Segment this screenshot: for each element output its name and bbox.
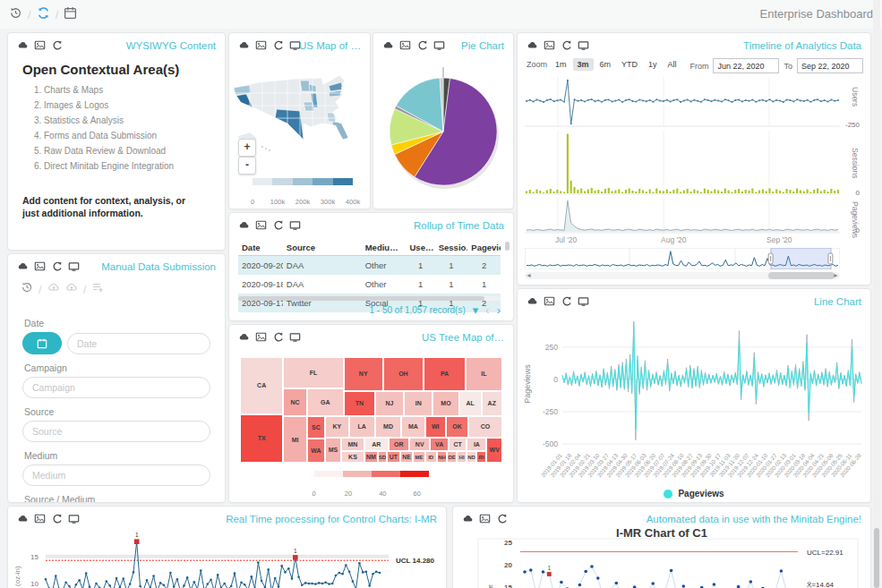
image-icon[interactable] xyxy=(399,39,411,51)
image-icon[interactable] xyxy=(34,39,46,51)
treemap-cell-nv[interactable]: NV xyxy=(409,438,430,451)
refresh-icon[interactable] xyxy=(51,260,63,272)
monitor-icon[interactable] xyxy=(289,331,301,343)
page-vscrollbar[interactable] xyxy=(873,0,880,588)
monitor-icon[interactable] xyxy=(289,219,301,231)
treemap-cell-ne[interactable]: NE xyxy=(400,451,414,463)
calendar-icon[interactable] xyxy=(64,6,77,23)
refresh-icon[interactable] xyxy=(51,39,63,51)
refresh-icon[interactable] xyxy=(561,295,572,307)
treemap-cell-ar[interactable]: AR xyxy=(364,438,388,451)
treemap-cell-in[interactable]: IN xyxy=(404,391,432,416)
refresh-icon[interactable] xyxy=(272,39,284,51)
treemap-cell-ks[interactable]: KS xyxy=(341,451,364,463)
cloud-icon[interactable] xyxy=(17,39,29,51)
image-icon[interactable] xyxy=(255,39,267,51)
treemap-cell-ga[interactable]: GA xyxy=(307,388,344,416)
column-header[interactable]: Use… xyxy=(406,243,434,252)
image-icon[interactable] xyxy=(255,219,267,231)
treemap-cell-va[interactable]: VA xyxy=(430,438,449,451)
refresh-icon[interactable] xyxy=(496,513,508,524)
pageviews-line-chart[interactable]: 2500-250-500Pageviews2019-01-012019-01-1… xyxy=(519,312,869,484)
treemap-cell-mn[interactable]: MN xyxy=(341,438,364,451)
navigator-selection[interactable] xyxy=(771,248,831,269)
treemap-cell-oh[interactable]: OH xyxy=(383,357,424,391)
monitor-icon[interactable] xyxy=(68,513,80,524)
cloud-icon[interactable] xyxy=(17,260,29,272)
treemap-cell-wi[interactable]: WI xyxy=(425,416,446,438)
column-header[interactable]: Mediu… xyxy=(362,243,407,252)
treemap-cell-ct[interactable]: CT xyxy=(449,438,467,451)
zoom-option-1y[interactable]: 1y xyxy=(644,58,662,71)
column-header[interactable]: Date xyxy=(238,243,283,252)
treemap-cell-ca[interactable]: CA xyxy=(240,357,283,414)
treemap-cell-or[interactable]: OR xyxy=(389,438,409,451)
to-date-input[interactable] xyxy=(797,58,863,73)
date-input[interactable] xyxy=(67,333,210,354)
cloud-icon[interactable] xyxy=(238,39,250,51)
column-header[interactable]: Source xyxy=(283,243,362,252)
from-date-input[interactable] xyxy=(713,58,779,73)
cloud-icon[interactable] xyxy=(238,331,250,343)
scroll-right-arrow[interactable]: ► xyxy=(832,272,840,279)
map-zoom-out-button[interactable]: - xyxy=(238,157,256,175)
treemap-cell-hi[interactable]: HI xyxy=(457,451,467,463)
treemap-cell-nm[interactable]: NM xyxy=(364,451,378,463)
cloud-icon[interactable] xyxy=(238,219,250,231)
scrollbar-thumb[interactable] xyxy=(768,272,835,279)
monitor-icon[interactable] xyxy=(68,260,80,272)
treemap-cell-mo[interactable]: MO xyxy=(432,391,458,416)
treemap-cell-id[interactable]: ID xyxy=(425,451,437,463)
treemap-cell-la[interactable]: LA xyxy=(349,416,375,438)
scroll-left-arrow[interactable]: ◄ xyxy=(525,272,533,279)
zoom-option-ytd[interactable]: YTD xyxy=(617,58,642,71)
cloud-icon[interactable] xyxy=(17,513,29,524)
image-icon[interactable] xyxy=(544,295,555,307)
cloud-icon[interactable] xyxy=(527,39,538,51)
image-icon[interactable] xyxy=(479,513,491,524)
treemap-cell-ok[interactable]: OK xyxy=(446,416,468,438)
prev-page-button[interactable]: ‹ xyxy=(485,306,489,315)
treemap-cell-wv[interactable]: WV xyxy=(486,438,502,463)
table-row[interactable]: 2020-09-18DAAOther111 xyxy=(238,275,501,294)
treemap-cell-ut[interactable]: UT xyxy=(387,451,400,463)
pie-chart[interactable] xyxy=(381,58,506,201)
page-size-chevron-icon[interactable]: ▾ xyxy=(473,306,479,315)
treemap-cell-wa[interactable]: WA xyxy=(307,439,326,463)
treemap-cell-tn[interactable]: TN xyxy=(344,391,375,416)
treemap-cell-me[interactable]: ME xyxy=(413,451,424,463)
treemap-cell-de[interactable]: DE xyxy=(447,451,456,463)
users-timeline-chart[interactable] xyxy=(525,77,840,127)
treemap-cell-ia[interactable]: IA xyxy=(467,438,486,451)
treemap-cell-ma[interactable]: MA xyxy=(401,416,424,438)
zoom-option-1m[interactable]: 1m xyxy=(551,58,571,71)
cloud-upload-icon[interactable] xyxy=(65,281,78,297)
next-page-button[interactable]: › xyxy=(497,306,501,315)
treemap-cell-mi[interactable]: MI xyxy=(283,416,306,463)
zoom-option-3m[interactable]: 3m xyxy=(573,58,594,71)
refresh-icon[interactable] xyxy=(272,219,284,231)
image-icon[interactable] xyxy=(544,39,555,51)
refresh-icon[interactable] xyxy=(416,39,428,51)
cloud-icon[interactable] xyxy=(527,295,538,307)
table-vscrollbar-thumb[interactable] xyxy=(505,242,510,251)
treemap-cell-ny[interactable]: NY xyxy=(344,357,383,391)
refresh-icon[interactable] xyxy=(51,513,63,524)
treemap-cell-ri[interactable]: RI xyxy=(476,451,487,463)
treemap-cell-nh[interactable]: NH xyxy=(437,451,448,463)
table-hscrollbar-thumb[interactable] xyxy=(238,296,484,301)
treemap-cell-fl[interactable]: FL xyxy=(283,357,343,388)
column-header[interactable]: Pagevie… xyxy=(467,243,501,252)
monitor-icon[interactable] xyxy=(578,295,589,307)
table-hscrollbar[interactable] xyxy=(238,296,501,301)
treemap-cell-il[interactable]: IL xyxy=(466,357,502,391)
us-treemap-chart[interactable]: CAFLNYOHPAILNCGATNNJINMOALAZTXMISCWAKYLA… xyxy=(240,357,502,463)
treemap-cell-az[interactable]: AZ xyxy=(482,391,502,416)
timeline-navigator[interactable] xyxy=(525,248,840,269)
treemap-cell-tx[interactable]: TX xyxy=(240,414,283,463)
page-vscrollbar-thumb[interactable] xyxy=(874,528,879,588)
image-icon[interactable] xyxy=(34,260,46,272)
navigator-scrollbar[interactable]: ◄ ► xyxy=(525,272,840,279)
zoom-option-6m[interactable]: 6m xyxy=(595,58,616,71)
history-icon[interactable] xyxy=(9,6,22,23)
